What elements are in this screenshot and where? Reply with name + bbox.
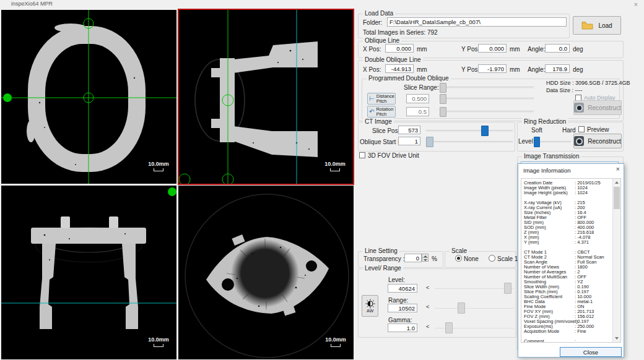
ct-viewport-top-right-selected[interactable]: 10.0mm [178, 9, 354, 185]
range-input[interactable] [388, 304, 417, 312]
image-information-list-box: Creation Date: 2019/01/25 Image Width (p… [521, 178, 621, 343]
oblique-line-title: Oblique Line [363, 37, 401, 44]
range-slider[interactable] [435, 308, 514, 309]
double-oblique-angle-unit: deg [573, 66, 583, 73]
level-decrease-arrow[interactable]: < [426, 285, 429, 291]
ring-soft-label: Soft [531, 127, 542, 134]
scrollbar[interactable] [612, 179, 620, 342]
double-oblique-x-label: X Pos: [363, 66, 381, 73]
oblique-start-pos-slider[interactable] [426, 141, 513, 143]
image-transmission-title: Image Transmission [522, 153, 581, 160]
spinner-down-icon[interactable] [422, 257, 429, 262]
load-data-title: Load Data [363, 10, 395, 17]
slice-pos-slider-handle[interactable] [481, 126, 489, 136]
load-button[interactable]: Load [573, 16, 621, 35]
slice-range-slider[interactable] [440, 87, 534, 88]
info-row: Y (mm): 4.371 [521, 240, 612, 245]
level-slider[interactable] [435, 288, 514, 289]
double-oblique-y-unit: mm [510, 66, 520, 73]
scale-1-radio[interactable] [489, 255, 495, 262]
auto-window-button[interactable]: AW [362, 295, 378, 317]
rotation-pitch-input[interactable] [406, 107, 429, 116]
oblique-start-pos-input[interactable] [398, 137, 420, 145]
ct-viewport-bottom-left[interactable]: 10.0mm [1, 186, 176, 359]
gamma-input[interactable] [388, 324, 417, 332]
image-information-list: Creation Date: 2019/01/25 Image Width (p… [521, 179, 612, 342]
scale-none-label: None [464, 255, 479, 262]
info-row-label: Comment [521, 339, 575, 342]
oblique-angle-input[interactable] [545, 44, 570, 53]
scale-bracket-icon [154, 168, 163, 171]
oblique-x-unit: mm [417, 46, 427, 53]
ct-image-title: CT Image [363, 118, 394, 125]
distance-pitch-slider[interactable] [440, 98, 534, 100]
oblique-start-pos-slider-handle[interactable] [426, 137, 433, 147]
double-oblique-angle-input[interactable] [545, 64, 570, 73]
rotation-pitch-slider-handle[interactable] [440, 107, 446, 117]
info-row-label: Image Height (pixels) [521, 191, 575, 195]
ct-viewport-bottom-right[interactable]: 10.0mm [178, 186, 354, 359]
ring-hard-label: Hard [562, 127, 576, 134]
ct-slice-front-image [179, 10, 353, 184]
programmed-double-oblique-title: Programmed Double Oblique [367, 75, 451, 82]
rotation-pitch-icon: ↶ [369, 109, 374, 114]
scale-indicator: 10.0mm [321, 336, 350, 347]
dialog-close-icon[interactable]: × [616, 165, 620, 173]
transparency-input[interactable] [404, 254, 422, 262]
folder-path-input[interactable] [387, 17, 567, 27]
rotation-pitch-button[interactable]: ↶ Rotation Pitch [367, 106, 396, 118]
ring-level-slider-handle[interactable] [534, 137, 540, 147]
window-close-icon[interactable]: × [634, 1, 638, 8]
range-slider-handle[interactable] [458, 302, 465, 314]
oblique-y-unit: mm [510, 46, 520, 53]
dialog-close-button-label: Close [583, 349, 598, 356]
ct-viewport-top-left[interactable]: 10.0mm [1, 10, 176, 184]
rotation-pitch-slider[interactable] [440, 111, 534, 113]
level-input[interactable] [388, 284, 417, 293]
preview-label: Preview [587, 126, 609, 133]
gamma-decrease-arrow[interactable]: < [426, 324, 429, 330]
image-information-dialog: Image Information × Creation Date: 2019/… [518, 163, 624, 358]
auto-window-label: AW [367, 309, 373, 313]
distance-pitch-icon: ⊢ [369, 96, 375, 101]
level-slider-handle[interactable] [504, 283, 511, 294]
image-information-dialog-title: Image Information [523, 167, 571, 174]
scale-bracket-icon [331, 344, 341, 347]
slice-pos-label: Slice Pos.: [372, 127, 401, 134]
scale-none-radio[interactable] [455, 255, 462, 262]
distance-pitch-slider-handle[interactable] [440, 94, 446, 104]
scale-1-label: Scale 1 [497, 255, 518, 262]
oblique-x-input[interactable] [385, 44, 414, 53]
folder-label: Folder: [363, 19, 382, 26]
window-title: inspeXio64 MPR [11, 1, 53, 7]
fov-drive-unit-checkbox[interactable] [359, 152, 365, 158]
range-decrease-arrow[interactable]: < [426, 304, 429, 310]
double-oblique-x-unit: mm [417, 66, 427, 73]
ring-reconstruct-button[interactable]: Reconstruct [573, 134, 622, 148]
double-oblique-angle-label: Angle: [528, 66, 545, 73]
transparency-spinner[interactable] [422, 254, 429, 262]
oblique-y-label: Y Pos: [461, 46, 479, 53]
scroll-up-icon[interactable] [613, 179, 620, 186]
slice-pos-slider[interactable] [426, 130, 513, 132]
programmed-reconstruct-label: Reconstruct [588, 105, 620, 111]
distance-pitch-button[interactable]: ⊢ Distance Pitch [367, 93, 396, 105]
distance-pitch-input[interactable] [406, 94, 429, 103]
slice-pos-input[interactable] [398, 126, 420, 134]
contrast-sun-icon [365, 299, 375, 309]
scroll-down-icon[interactable] [613, 335, 620, 342]
dialog-close-button[interactable]: Close [560, 347, 622, 357]
oblique-x-label: X Pos: [363, 46, 381, 53]
slice-range-label: Slice Range: [404, 84, 439, 91]
slice-range-slider-handle[interactable] [440, 83, 446, 93]
programmed-reconstruct-button[interactable]: Reconstruct [573, 100, 622, 115]
preview-checkbox[interactable] [578, 126, 585, 132]
gamma-slider-handle[interactable] [445, 322, 453, 333]
oblique-y-input[interactable] [478, 44, 507, 53]
reconstruct-icon [574, 103, 584, 113]
info-row: Acquisition Mode: Fine [521, 329, 612, 334]
transparency-label: Transparency : [363, 255, 404, 262]
scrollbar-thumb[interactable] [614, 187, 620, 209]
double-oblique-x-input[interactable] [385, 64, 414, 73]
double-oblique-y-input[interactable] [478, 64, 507, 73]
